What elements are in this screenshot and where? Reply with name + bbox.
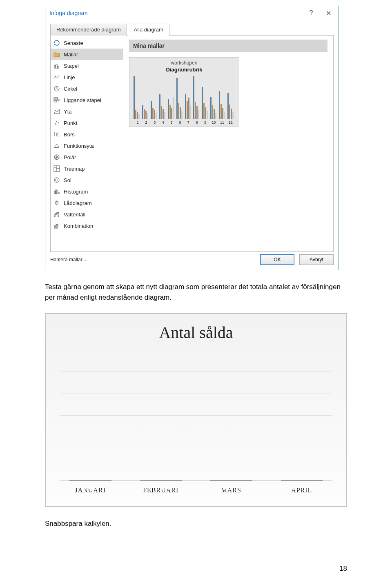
chart-type-kombination[interactable]: Kombination — [51, 220, 123, 231]
svg-rect-21 — [56, 213, 56, 215]
dialog-titlebar: Infoga diagram ? ✕ — [45, 6, 339, 20]
chart-type-cirkel[interactable]: Cirkel — [51, 83, 123, 94]
help-button[interactable]: ? — [303, 7, 320, 19]
svg-rect-6 — [54, 101, 56, 102]
chart-type-mallar[interactable]: Mallar — [51, 49, 123, 60]
template-thumbnail[interactable]: workshopen Diagramrubrik 123456789101112 — [129, 57, 239, 127]
chart-type-label: Treemap — [64, 166, 85, 172]
chart-type-label: Senaste — [64, 40, 83, 46]
låddiagram-icon — [53, 199, 60, 207]
chart-type-label: Punkt — [64, 120, 77, 126]
cirkel-icon — [53, 85, 60, 92]
chart-title: Antal sålda — [60, 323, 332, 342]
gridline — [60, 459, 332, 459]
cancel-button[interactable]: Avbryt — [299, 254, 334, 265]
chart-type-senaste[interactable]: Senaste — [51, 37, 123, 49]
yta-icon — [53, 108, 60, 115]
svg-rect-20 — [54, 215, 55, 217]
bar: 679 st — [281, 480, 323, 481]
histogram-icon — [53, 188, 60, 195]
chart-type-label: Börs — [64, 131, 75, 138]
svg-point-8 — [56, 121, 57, 122]
chart-type-label: Cirkel — [64, 86, 77, 92]
svg-point-14 — [56, 179, 58, 181]
chart-type-label: Sol — [64, 177, 71, 183]
chart-type-sol[interactable]: Sol — [51, 174, 123, 186]
funktionsyta-icon — [53, 142, 60, 149]
gridline — [60, 372, 332, 372]
linje-icon — [53, 73, 60, 81]
dialog-footer: Hantera mallar... OK Avbryt — [45, 254, 339, 270]
chart-type-label: Linje — [64, 74, 75, 80]
stapel-icon — [53, 62, 60, 69]
gridline — [60, 437, 332, 437]
page-number: 18 — [339, 565, 347, 573]
dialog-title: Infoga diagram — [49, 10, 303, 16]
bar-value-label: 679 st — [281, 483, 323, 492]
svg-rect-25 — [56, 225, 58, 228]
chart-type-label: Funktionsyta — [64, 143, 94, 149]
mallar-icon — [53, 51, 60, 58]
bar-april: 679 st — [281, 480, 323, 481]
close-button[interactable]: ✕ — [320, 7, 337, 19]
chart-type-stapel[interactable]: Stapel — [51, 60, 123, 71]
chart-type-låddiagram[interactable]: Låddiagram — [51, 197, 123, 209]
chart-type-treemap[interactable]: Treemap — [51, 163, 123, 174]
bar: 822 st — [210, 480, 252, 481]
template-caption: workshopen — [132, 60, 236, 66]
chart-type-linje[interactable]: Linje — [51, 71, 123, 83]
bar: 554 st — [69, 480, 111, 481]
chart-type-punkt[interactable]: Punkt — [51, 117, 123, 129]
ok-button[interactable]: OK — [260, 254, 294, 265]
chart-type-label: Polär — [64, 154, 76, 160]
save-instruction: Snabbspara kalkylen. — [45, 518, 347, 529]
chart-type-funktionsyta[interactable]: Funktionsyta — [51, 140, 123, 151]
bar-value-label: 554 st — [70, 483, 111, 492]
svg-rect-2 — [58, 66, 59, 68]
chart-type-liggande-stapel[interactable]: Liggande stapel — [51, 94, 123, 106]
example-chart: Antal sålda 554 st756 st822 st679 st JAN… — [45, 313, 347, 507]
chart-type-label: Låddiagram — [64, 200, 92, 206]
kombination-icon — [53, 222, 60, 229]
templates-heading: Mina mallar — [129, 40, 327, 52]
svg-rect-1 — [56, 64, 57, 68]
bars-row: 554 st756 st822 st679 st — [60, 350, 332, 481]
template-mini-plot — [132, 74, 236, 119]
chart-type-label: Histogram — [64, 189, 88, 195]
bar-value-label: 756 st — [140, 483, 182, 492]
svg-point-13 — [54, 178, 59, 182]
tab-all-charts[interactable]: Alla diagram — [128, 24, 169, 36]
chart-type-label: Yta — [64, 109, 72, 115]
chart-type-polär[interactable]: Polär — [51, 151, 123, 163]
svg-rect-4 — [54, 98, 58, 99]
bar-mars: 822 st — [210, 480, 252, 481]
chart-type-börs[interactable]: Börs — [51, 129, 123, 140]
instruction-paragraph: Testa gärna genom att skapa ett nytt dia… — [45, 282, 347, 303]
dialog-tabs: Rekommenderade diagram Alla diagram — [50, 23, 334, 36]
tab-recommended[interactable]: Rekommenderade diagram — [50, 24, 127, 36]
gridline — [60, 394, 332, 394]
gridline — [60, 415, 332, 416]
bar: 756 st — [140, 480, 182, 481]
chart-type-yta[interactable]: Yta — [51, 106, 123, 117]
chart-type-vattenfall[interactable]: Vattenfall — [51, 209, 123, 220]
svg-point-10 — [56, 125, 56, 125]
börs-icon — [53, 131, 60, 138]
templates-panel: Mina mallar workshopen Diagramrubrik 123… — [123, 36, 333, 251]
chart-type-label: Liggande stapel — [64, 97, 101, 103]
svg-point-7 — [55, 123, 56, 124]
sol-icon — [53, 176, 60, 184]
punkt-icon — [53, 119, 60, 127]
senaste-icon — [53, 39, 60, 47]
plot-area: 554 st756 st822 st679 st — [60, 350, 332, 481]
manage-templates-link[interactable]: Hantera mallar... — [50, 257, 86, 263]
svg-rect-18 — [58, 192, 59, 194]
chart-type-label: Vattenfall — [64, 211, 85, 218]
liggande-stapel-icon — [53, 96, 60, 104]
chart-type-list: SenasteMallarStapelLinjeCirkelLiggande s… — [51, 36, 123, 251]
chart-type-label: Stapel — [64, 63, 79, 69]
chart-type-histogram[interactable]: Histogram — [51, 186, 123, 197]
bar-februari: 756 st — [140, 480, 182, 481]
template-mini-xaxis: 123456789101112 — [132, 119, 236, 125]
svg-rect-0 — [54, 65, 56, 68]
